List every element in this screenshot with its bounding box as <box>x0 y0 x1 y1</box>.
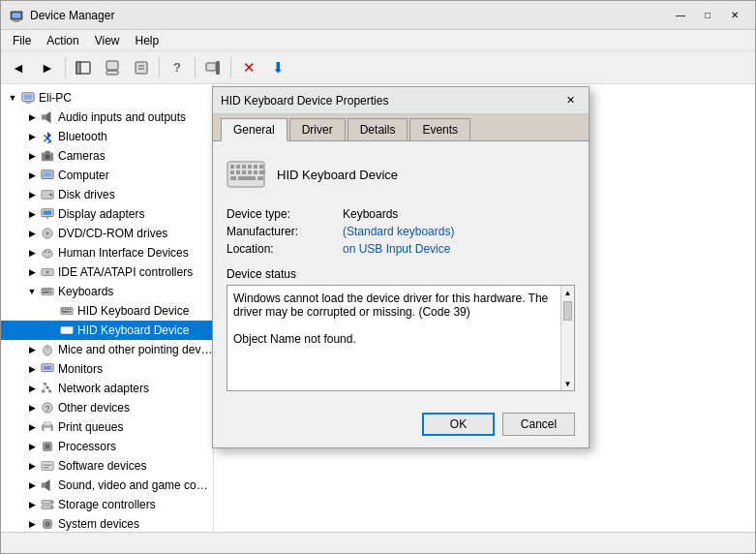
tree-storage[interactable]: ▶ Storage controllers <box>1 495 213 514</box>
tree-hid-kbd-1[interactable]: HID Keyboard Device <box>1 301 213 321</box>
audio-expander[interactable]: ▶ <box>24 109 40 125</box>
svg-rect-78 <box>42 462 53 471</box>
display-icon <box>40 206 55 222</box>
hid-expander[interactable]: ▶ <box>24 245 40 261</box>
tree-dvd[interactable]: ▶ DVD/CD-ROM drives <box>1 224 213 243</box>
location-row: Location: on USB Input Device <box>227 242 575 256</box>
tree-software[interactable]: ▶ Software devices <box>1 456 213 476</box>
tree-system-label: System devices <box>58 517 139 531</box>
toolbar-sep1 <box>65 57 66 78</box>
toolbar-properties[interactable] <box>128 55 155 80</box>
menu-action[interactable]: Action <box>39 32 86 49</box>
property-grid: Device type: Keyboards Manufacturer: (St… <box>227 207 575 256</box>
manufacturer-row: Manufacturer: (Standard keyboards) <box>227 225 575 238</box>
storage-expander[interactable]: ▶ <box>24 497 40 512</box>
ok-button[interactable]: OK <box>422 413 495 436</box>
bluetooth-expander[interactable]: ▶ <box>24 129 40 144</box>
display-expander[interactable]: ▶ <box>24 206 40 222</box>
tab-details[interactable]: Details <box>348 118 408 140</box>
svg-rect-63 <box>44 366 52 370</box>
tree-system[interactable]: ▶ System devices <box>1 514 213 532</box>
ide-expander[interactable]: ▶ <box>24 264 40 280</box>
svg-rect-101 <box>259 165 263 169</box>
svg-marker-82 <box>45 479 49 491</box>
tree-audio[interactable]: ▶ Audio inputs and outputs <box>1 108 213 127</box>
minimize-button[interactable]: — <box>668 5 693 26</box>
tree-print[interactable]: ▶ Print queues <box>1 417 213 437</box>
toolbar-remove[interactable]: ✕ <box>235 55 262 80</box>
toolbar-forward[interactable]: ► <box>34 55 61 80</box>
dvd-expander[interactable]: ▶ <box>24 226 40 241</box>
tree-computer[interactable]: ▶ Computer <box>1 166 213 185</box>
location-label: Location: <box>227 242 343 256</box>
window-title: Device Manager <box>30 9 668 22</box>
status-bar <box>1 532 755 553</box>
tree-bluetooth[interactable]: ▶ Bluetooth <box>1 127 213 146</box>
root-expander[interactable]: ▼ <box>5 90 20 106</box>
menu-file[interactable]: File <box>5 32 39 49</box>
network-expander[interactable]: ▶ <box>24 381 40 396</box>
menu-bar: File Action View Help <box>1 30 755 51</box>
svg-rect-97 <box>236 165 240 169</box>
mice-expander[interactable]: ▶ <box>24 342 40 357</box>
close-button[interactable]: ✕ <box>722 5 747 26</box>
tree-cameras[interactable]: ▶ Cameras <box>1 146 213 166</box>
tree-processors[interactable]: ▶ Processors <box>1 437 213 456</box>
tree-root[interactable]: ▼ Eli-PC <box>1 88 213 108</box>
tree-sound[interactable]: ▶ Sound, video and game cont... <box>1 476 213 495</box>
tree-network[interactable]: ▶ Network adapters <box>1 379 213 398</box>
other-expander[interactable]: ▶ <box>24 400 40 416</box>
print-expander[interactable]: ▶ <box>24 419 40 435</box>
tree-hid-kbd-2[interactable]: HID Keyboard Device <box>1 321 213 340</box>
svg-rect-2 <box>13 19 21 20</box>
toolbar-up[interactable] <box>99 55 126 80</box>
toolbar-back[interactable]: ◄ <box>5 55 32 80</box>
tree-root-label: Eli-PC <box>39 91 72 105</box>
cancel-button[interactable]: Cancel <box>502 413 575 436</box>
dialog-content: HID Keyboard Device Device type: Keyboar… <box>213 141 589 405</box>
tab-driver[interactable]: Driver <box>289 118 346 140</box>
tree-ide[interactable]: ▶ IDE ATA/ATAPI controllers <box>1 262 213 282</box>
tab-events[interactable]: Events <box>409 118 470 140</box>
scrollbar[interactable]: ▲ ▼ <box>560 286 574 390</box>
svg-rect-25 <box>44 172 52 177</box>
svg-rect-11 <box>206 63 216 71</box>
cameras-expander[interactable]: ▶ <box>24 148 40 164</box>
computer-expander[interactable]: ▶ <box>24 168 40 183</box>
maximize-button[interactable]: □ <box>695 5 720 26</box>
system-expander[interactable]: ▶ <box>24 516 40 532</box>
svg-rect-58 <box>62 330 69 332</box>
keyboards-expander[interactable]: ▼ <box>24 284 40 299</box>
tree-hid[interactable]: ▶ Human Interface Devices <box>1 243 213 262</box>
tree-software-label: Software devices <box>58 459 146 473</box>
system-icon <box>40 516 55 532</box>
sound-expander[interactable]: ▶ <box>24 477 40 493</box>
tree-display[interactable]: ▶ Display adapters <box>1 204 213 224</box>
svg-rect-3 <box>14 20 18 21</box>
software-expander[interactable]: ▶ <box>24 458 40 474</box>
diskdrives-expander[interactable]: ▶ <box>24 187 40 202</box>
device-tree[interactable]: ▼ Eli-PC ▶ Audio inputs and outputs ▶ <box>1 84 214 532</box>
tree-processors-label: Processors <box>58 440 116 453</box>
processors-expander[interactable]: ▶ <box>24 439 40 454</box>
device-type-row: Device type: Keyboards <box>227 207 575 221</box>
tree-diskdrives[interactable]: ▶ Disk drives <box>1 185 213 204</box>
toolbar-update[interactable]: ⬇ <box>264 55 291 80</box>
computer-icon <box>20 90 36 106</box>
svg-rect-75 <box>45 428 51 432</box>
tree-mice[interactable]: ▶ Mice and other pointing devi... <box>1 340 213 359</box>
tree-monitors[interactable]: ▶ Monitors <box>1 359 213 379</box>
dialog-close-button[interactable]: ✕ <box>559 91 581 110</box>
tab-general[interactable]: General <box>221 118 287 141</box>
svg-marker-18 <box>45 111 50 123</box>
toolbar-show-hide[interactable] <box>70 55 97 80</box>
menu-help[interactable]: Help <box>128 32 167 49</box>
monitors-expander[interactable]: ▶ <box>24 361 40 377</box>
svg-rect-66 <box>48 390 52 393</box>
menu-view[interactable]: View <box>87 32 128 49</box>
tree-keyboards[interactable]: ▼ Keyboards <box>1 282 213 301</box>
tree-other[interactable]: ▶ ? Other devices <box>1 398 213 417</box>
toolbar-help[interactable]: ? <box>164 55 191 80</box>
toolbar-scan[interactable] <box>199 55 227 80</box>
device-status-box[interactable]: Windows cannot load the device driver fo… <box>227 285 575 391</box>
